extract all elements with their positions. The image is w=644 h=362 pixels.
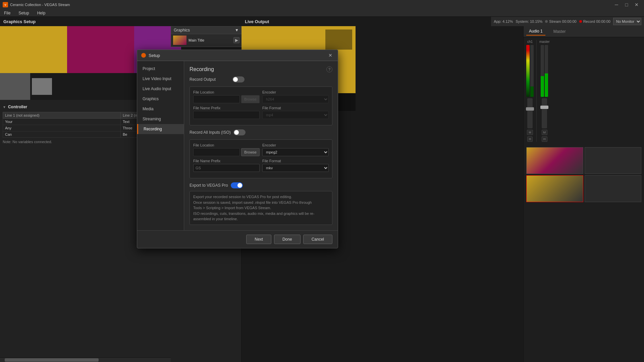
filename-grid: File Name Prefix File Format mp4 (193, 106, 329, 119)
window-controls: ─ □ ✕ (612, 0, 641, 9)
graphics-item-label: Main Title (189, 38, 204, 42)
export-info-line-3: Tools > Scripting > Import from VEGAS St… (193, 205, 329, 211)
audio-header: Audio 1 Master (524, 26, 644, 37)
mute-button-1[interactable]: M (527, 130, 533, 135)
mute-button-master[interactable]: M (542, 130, 548, 135)
export-info-line-1: Export your recorded session to VEGAS Pr… (193, 194, 329, 200)
iso-filename-grid: File Name Prefix File Format mkv (193, 159, 329, 172)
title-bar: V Ceramic Collection - VEGAS Stream ─ □ … (0, 0, 644, 9)
nav-item-graphics[interactable]: Graphics (137, 94, 184, 104)
graphics-play-button[interactable]: ▶ (233, 37, 239, 43)
modal-footer: Next Done Cancel (137, 230, 338, 248)
file-grid: File Location Browse Encoder h264 (193, 90, 329, 103)
iso-file-name-prefix-label: File Name Prefix (193, 159, 260, 163)
next-button[interactable]: Next (246, 235, 271, 244)
encoder-label: Encoder (262, 90, 329, 94)
audio-mixer: ch1 M H master M H (524, 37, 644, 144)
iso-encoder-select[interactable]: mpeg2 (262, 148, 329, 156)
file-name-prefix-label: File Name Prefix (193, 106, 260, 110)
menu-setup[interactable]: Setup (17, 10, 30, 16)
iso-section: File Location Browse Encoder mpeg2 (190, 139, 332, 178)
export-vegas-label: Export to VEGAS Pro (190, 183, 228, 188)
graphics-strip: Graphics ▼ Main Title ▶ (171, 26, 242, 47)
audio-area: Audio 1 Master ch1 M H master (523, 26, 644, 362)
export-vegas-toggle[interactable] (231, 182, 243, 188)
modal-icon (141, 53, 146, 58)
modal-body: Project Live Video Input Live Audio Inpu… (137, 61, 338, 230)
record-output-toggle[interactable] (232, 76, 245, 82)
status-bar: App: 4.12% System: 10.15% Stream 00:00:0… (491, 17, 644, 26)
preview-block-gold (0, 26, 67, 73)
record-all-inputs-toggle[interactable] (233, 129, 246, 135)
thumb-item-3[interactable] (526, 175, 583, 202)
preview-block-lightgray (32, 78, 52, 95)
monitor-select[interactable]: No Monitor (613, 18, 641, 25)
thumbnail-grid (524, 144, 644, 205)
nav-item-project[interactable]: Project (137, 64, 184, 74)
nav-item-recording[interactable]: Recording (137, 124, 184, 134)
export-toggle-knob (237, 183, 242, 188)
file-name-prefix-input (193, 111, 260, 119)
iso-file-location-label: File Location (193, 143, 260, 147)
help-icon[interactable]: ? (326, 66, 332, 72)
iso-file-location-row: Browse (193, 148, 260, 156)
thumb-item-4[interactable] (585, 175, 642, 202)
cancel-button[interactable]: Cancel (303, 235, 332, 244)
graphics-strip-label: Graphics (174, 28, 190, 33)
menu-help[interactable]: Help (36, 10, 47, 16)
maximize-button[interactable]: □ (622, 0, 631, 9)
graphics-strip-item: Main Title ▶ (171, 34, 241, 47)
controller-collapse[interactable]: ▼ (3, 105, 6, 109)
minimize-button[interactable]: ─ (612, 0, 621, 9)
vu-meter-1 (526, 45, 534, 97)
thumb-inner-4 (585, 176, 641, 202)
vu-bar-m-left (541, 45, 544, 97)
preview-block-magenta (67, 26, 134, 73)
iso-file-format-select[interactable]: mkv (262, 164, 329, 172)
iso-browse-button[interactable]: Browse (241, 148, 260, 156)
thumb-item-1[interactable] (526, 147, 583, 174)
audio-tab-1[interactable]: Audio 1 (526, 27, 545, 36)
browse-button: Browse (241, 95, 260, 103)
channel-label-master: master (539, 40, 550, 44)
headphone-button-1[interactable]: H (527, 136, 533, 142)
vu-meter-master (541, 45, 548, 97)
iso-toggle-knob (234, 130, 239, 135)
nav-item-live-audio-input[interactable]: Live Audio Input (137, 84, 184, 94)
nav-item-media[interactable]: Media (137, 104, 184, 114)
close-button[interactable]: ✕ (632, 0, 641, 9)
fader-handle-1[interactable] (526, 107, 534, 111)
iso-encoder-group: Encoder mpeg2 (262, 143, 329, 156)
scroll-thumb[interactable] (5, 358, 99, 362)
iso-file-name-prefix-input[interactable] (193, 164, 260, 172)
app-icon: V (3, 2, 8, 7)
file-section: File Location Browse Encoder h264 (190, 86, 332, 125)
modal-sidebar: Project Live Video Input Live Audio Inpu… (137, 61, 184, 230)
export-info-line-4: ISO recordings, cuts, transitions, audio… (193, 211, 329, 222)
thumb-inner-3 (527, 176, 583, 202)
chevron-down-icon[interactable]: ▼ (235, 28, 239, 33)
fader-track-1 (527, 98, 533, 128)
modal-close-button[interactable]: ✕ (327, 52, 334, 59)
export-info: Export your recorded session to VEGAS Pr… (190, 191, 332, 225)
nav-item-streaming[interactable]: Streaming (137, 114, 184, 124)
iso-file-location-input (193, 148, 240, 156)
nav-item-live-video-input[interactable]: Live Video Input (137, 74, 184, 84)
app-usage: App: 4.12% (494, 19, 513, 23)
headphone-button-master[interactable]: H (542, 136, 547, 142)
iso-file-location-group: File Location Browse (193, 143, 260, 156)
file-format-group: File Format mp4 (262, 106, 329, 119)
audio-channel-1: ch1 M H (526, 40, 534, 142)
encoder-group: Encoder h264 (262, 90, 329, 103)
horizontal-scrollbar[interactable] (0, 357, 171, 362)
modal-content: Recording ? Record Output File Location (184, 61, 338, 230)
audio-tab-master[interactable]: Master (551, 28, 569, 35)
done-button[interactable]: Done (274, 235, 301, 244)
fader-handle-master[interactable] (540, 106, 548, 109)
thumb-item-2[interactable] (585, 147, 642, 174)
menu-file[interactable]: File (3, 10, 12, 16)
file-location-group: File Location Browse (193, 90, 260, 103)
column-header-1: Line 1 (not assigned) (3, 112, 121, 119)
record-status: Record 00:00:00 (579, 19, 610, 23)
thumb-inner-1 (527, 147, 583, 174)
